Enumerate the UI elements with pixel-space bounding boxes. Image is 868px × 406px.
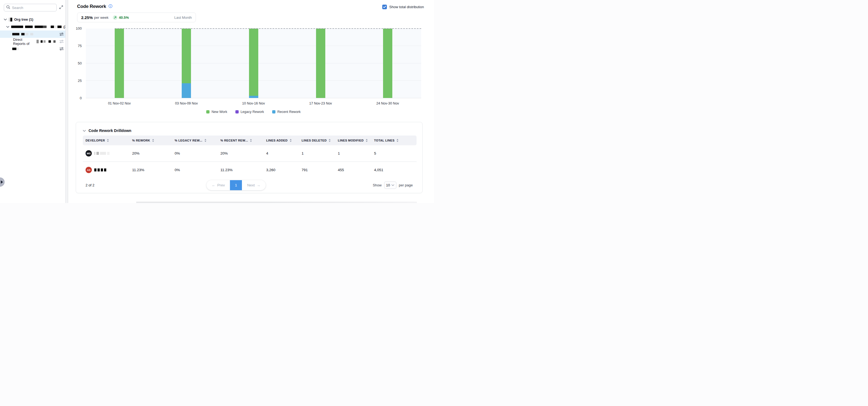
show-total-distribution-toggle[interactable]: Show total distribution — [382, 5, 424, 9]
legend-label: Recent Rework — [277, 110, 301, 114]
org-tree-item-direct-reports[interactable]: Direct Reports of — [0, 38, 68, 45]
sidebar: Org tree (1) (3) Direct Repor — [0, 0, 68, 203]
pagination: ←Prev 1 Next→ — [207, 180, 266, 190]
prev-page-button[interactable]: ←Prev — [207, 180, 230, 190]
cell-recent-rework: 11.23% — [218, 168, 264, 172]
column-header-developer[interactable]: DEVELOPER — [83, 139, 129, 142]
search-input[interactable] — [12, 6, 48, 10]
bar-stack — [249, 29, 258, 98]
metric-unit: per week — [94, 15, 109, 20]
avatar: AS — [86, 167, 92, 173]
column-header-lines-modified[interactable]: LINES MODIFIED — [335, 139, 371, 142]
column-header-recent-rework[interactable]: % RECENT REW... — [218, 139, 264, 142]
trend-up-icon — [113, 15, 117, 20]
bar-segment — [182, 83, 191, 98]
trend-badge: 40.5% — [113, 15, 129, 20]
show-label: Show — [373, 183, 382, 187]
toggle-label: Show total distribution — [389, 5, 424, 9]
chevron-down-icon[interactable] — [6, 25, 9, 29]
bar-stack — [182, 29, 191, 98]
per-page-label: per page — [399, 183, 413, 187]
page-number-button[interactable]: 1 — [230, 180, 242, 190]
column-header-lines-deleted[interactable]: LINES DELETED — [299, 139, 335, 142]
sort-icon — [204, 139, 207, 142]
org-tree: Org tree (1) (3) Direct Repor — [0, 16, 68, 53]
column-header-legacy-rework[interactable]: % LEGACY REW... — [172, 139, 218, 142]
redacted-text — [30, 33, 33, 35]
cell-legacy-rework: 0% — [172, 151, 218, 156]
filter-sliders-icon[interactable] — [59, 39, 64, 43]
sort-icon — [396, 139, 399, 142]
y-tick-label: 75 — [71, 44, 82, 48]
drilldown-card: Code Rework Drilldown DEVELOPER % REWORK… — [76, 122, 423, 193]
search-icon — [6, 5, 10, 10]
column-header-rework[interactable]: % REWORK — [129, 139, 172, 142]
filter-sliders-icon[interactable] — [59, 47, 64, 51]
filter-sliders-icon[interactable] — [59, 32, 64, 36]
drilldown-title: Code Rework Drilldown — [89, 129, 131, 133]
arrow-left-icon: ← — [212, 183, 216, 187]
redacted-text — [12, 47, 19, 50]
expand-panel-icon[interactable] — [59, 5, 63, 10]
next-page-button[interactable]: Next→ — [242, 180, 266, 190]
legend-item-legacy-rework[interactable]: Legacy Rework — [236, 110, 264, 114]
chevron-down-icon — [392, 184, 394, 186]
legend-swatch — [206, 110, 210, 113]
main-content: Code Rework Show total distribution 2.25… — [68, 0, 434, 203]
search-input-wrap[interactable] — [4, 4, 57, 11]
table-row[interactable]: AS 11.23% 0% 11.23% 3,260 791 455 — [83, 162, 416, 178]
cell-lines-modified: 455 — [335, 168, 371, 172]
org-tree-group-row[interactable]: (3) — [0, 23, 68, 31]
app-root: Org tree (1) (3) Direct Repor — [0, 0, 434, 203]
redacted-text — [21, 33, 28, 35]
sort-icon — [152, 139, 154, 142]
x-tick-label: 17 Nov-23 Nov — [299, 102, 342, 105]
cell-lines-deleted: 791 — [299, 168, 335, 172]
chart-x-axis: 01 Nov-02 Nov03 Nov-09 Nov10 Nov-16 Nov1… — [86, 102, 421, 106]
redacted-text — [36, 40, 39, 43]
sort-icon — [329, 139, 331, 142]
org-tree-item-selected[interactable] — [0, 31, 68, 38]
checkbox-checked[interactable] — [382, 5, 387, 9]
bar-segment — [316, 29, 325, 98]
redacted-text — [11, 26, 23, 28]
bar-segment — [249, 96, 258, 98]
x-tick-label: 03 Nov-09 Nov — [164, 102, 208, 105]
info-icon[interactable] — [108, 4, 113, 9]
bar-segment — [383, 29, 392, 98]
column-header-lines-added[interactable]: LINES ADDED — [264, 139, 299, 142]
cell-recent-rework: 20% — [218, 151, 264, 156]
chevron-down-icon[interactable] — [4, 18, 7, 22]
reference-dashed-line — [115, 28, 421, 29]
table-footer: 2 of 2 ←Prev 1 Next→ Show 10 per page — [76, 177, 422, 193]
cell-lines-added: 4 — [264, 151, 299, 156]
page-size-select[interactable]: 10 — [384, 181, 396, 189]
org-tree-root-row[interactable]: Org tree (1) — [0, 16, 68, 23]
org-tree-item[interactable] — [0, 45, 68, 53]
collapse-chevron-icon[interactable] — [83, 128, 86, 133]
sidebar-scrollbar[interactable] — [65, 0, 68, 203]
cell-total-lines: 4,051 — [371, 168, 416, 172]
arrow-right-icon: → — [257, 183, 260, 187]
redacted-text — [94, 168, 106, 171]
legend-label: Legacy Rework — [241, 110, 264, 114]
table-row[interactable]: MS 20% 0% 20% 4 1 1 5 — [83, 145, 416, 162]
sidebar-collapse-handle[interactable] — [0, 177, 5, 187]
chart-plot — [86, 29, 421, 98]
table-header-row: DEVELOPER % REWORK % LEGACY REW... % REC… — [83, 136, 416, 145]
cell-lines-modified: 1 — [335, 151, 371, 156]
legend-item-recent-rework[interactable]: Recent Rework — [272, 110, 301, 114]
redacted-text — [40, 40, 45, 43]
column-header-total-lines[interactable]: TOTAL LINES — [371, 139, 416, 142]
direct-reports-label: Direct Reports of — [13, 38, 35, 46]
sort-icon — [250, 139, 252, 142]
cell-rework: 11.23% — [129, 168, 172, 172]
legend-item-new-work[interactable]: New Work — [206, 110, 227, 114]
x-tick-label: 10 Nov-16 Nov — [232, 102, 275, 105]
chart-legend: New Work Legacy Rework Recent Rework — [86, 110, 421, 114]
horizontal-scrollbar[interactable] — [136, 202, 417, 203]
metric-value: 2.25% — [81, 15, 93, 20]
redacted-text — [49, 40, 51, 43]
bar-stack — [383, 29, 392, 98]
bar-segment — [249, 29, 258, 96]
